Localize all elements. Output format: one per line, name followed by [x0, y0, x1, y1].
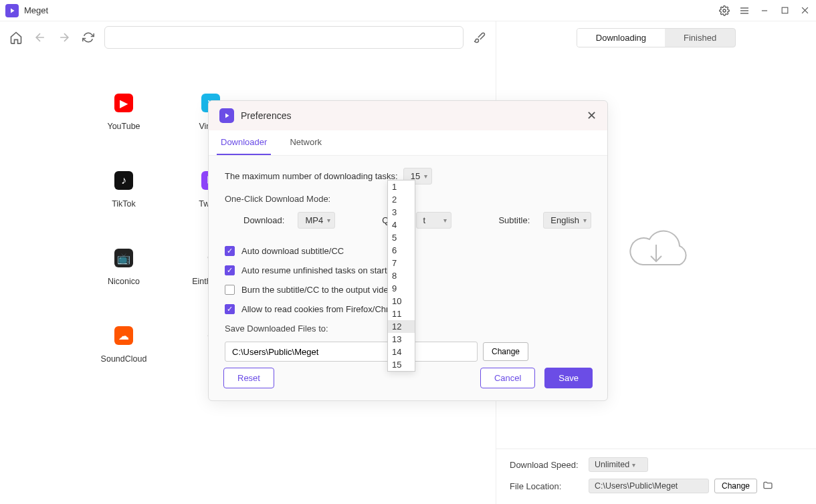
speed-select[interactable]: Unlimited ▾ — [589, 457, 648, 472]
site-tiktok[interactable]: ♪TikTok — [80, 171, 167, 209]
change-location-button[interactable]: Change — [714, 479, 757, 493]
dl-tabs: Downloading Finished — [577, 28, 736, 47]
dropdown-item-8[interactable]: 8 — [388, 269, 415, 282]
dropdown-item-3[interactable]: 3 — [388, 206, 415, 219]
site-soundcloud[interactable]: ☁SoundCloud — [80, 326, 167, 364]
SoundCloud-icon: ☁ — [114, 326, 133, 345]
cb-read-cookies-label: Allow to read cookies from Firefox/Chrom… — [241, 304, 406, 314]
download-format-label: Download: — [243, 215, 284, 225]
svg-rect-5 — [782, 7, 788, 13]
menu-icon[interactable] — [738, 5, 750, 17]
save-button[interactable]: Save — [544, 368, 593, 388]
cb-auto-resume[interactable]: ✓ — [225, 265, 235, 275]
cb-auto-subtitle-label: Auto download subtitle/CC — [241, 246, 344, 256]
max-tasks-dropdown: 123456789101112131415 — [387, 180, 415, 372]
dropdown-item-14[interactable]: 14 — [388, 346, 415, 358]
dropdown-item-9[interactable]: 9 — [388, 282, 415, 295]
home-icon[interactable] — [8, 29, 24, 45]
modal-close-icon[interactable]: ✕ — [587, 108, 597, 123]
site-niconico[interactable]: 📺Niconico — [80, 249, 167, 286]
tab-finished[interactable]: Finished — [665, 29, 735, 47]
max-tasks-label: The maximum number of downloading tasks: — [225, 171, 398, 181]
dropdown-item-11[interactable]: 11 — [388, 307, 415, 320]
quality-select[interactable]: t▾ — [416, 212, 452, 229]
dropdown-item-12[interactable]: 12 — [388, 320, 415, 333]
site-youtube[interactable]: ▶YouTube — [80, 94, 167, 131]
dropdown-item-13[interactable]: 13 — [388, 333, 415, 346]
modal-logo-icon — [219, 108, 234, 123]
folder-icon[interactable] — [762, 480, 773, 493]
site-label: Niconico — [108, 277, 140, 286]
maximize-icon[interactable] — [779, 5, 791, 17]
dropdown-item-5[interactable]: 5 — [388, 231, 415, 244]
cb-read-cookies[interactable]: ✓ — [225, 304, 235, 314]
change-path-button[interactable]: Change — [483, 342, 528, 361]
cloud-download-icon — [623, 225, 690, 278]
cancel-button[interactable]: Cancel — [480, 368, 535, 388]
save-path-input[interactable] — [225, 342, 478, 362]
dropdown-item-15[interactable]: 15 — [388, 358, 415, 371]
modal-tab-downloader[interactable]: Downloader — [217, 130, 271, 155]
close-icon[interactable] — [799, 5, 811, 17]
app-logo-icon — [5, 4, 19, 17]
brush-icon[interactable] — [472, 29, 488, 45]
dropdown-item-1[interactable]: 1 — [388, 180, 415, 193]
titlebar: Meget — [0, 0, 816, 21]
svg-point-0 — [723, 9, 726, 12]
speed-label: Download Speed: — [510, 460, 583, 470]
YouTube-icon: ▶ — [114, 94, 133, 112]
cb-burn-subtitle-label: Burn the subtitle/CC to the output video — [241, 285, 393, 295]
site-label: YouTube — [107, 122, 140, 131]
reset-button[interactable]: Reset — [223, 368, 274, 388]
site-label: TikTok — [112, 199, 136, 209]
subtitle-select[interactable]: English▾ — [543, 212, 591, 229]
location-label: File Location: — [510, 481, 583, 491]
dropdown-item-2[interactable]: 2 — [388, 193, 415, 206]
app-title: Meget — [24, 5, 718, 15]
cb-auto-subtitle[interactable]: ✓ — [225, 246, 235, 256]
url-input[interactable] — [104, 26, 464, 49]
reload-icon[interactable] — [80, 29, 96, 45]
modal-tab-network[interactable]: Network — [286, 130, 326, 155]
site-label: SoundCloud — [101, 354, 147, 364]
modal-title: Preferences — [241, 110, 587, 121]
Niconico-icon: 📺 — [114, 249, 133, 267]
download-format-select[interactable]: MP4▾ — [298, 212, 335, 229]
subtitle-label: Subtitle: — [498, 215, 530, 225]
dropdown-item-6[interactable]: 6 — [388, 244, 415, 257]
gear-icon[interactable] — [718, 5, 730, 17]
TikTok-icon: ♪ — [114, 171, 133, 190]
back-icon[interactable] — [32, 29, 48, 45]
location-path: C:\Users\Public\Meget — [589, 479, 709, 493]
cb-auto-resume-label: Auto resume unfinished tasks on startup — [241, 265, 397, 275]
dropdown-item-10[interactable]: 10 — [388, 295, 415, 307]
dropdown-item-4[interactable]: 4 — [388, 219, 415, 231]
minimize-icon[interactable] — [758, 5, 771, 17]
cb-burn-subtitle[interactable] — [225, 285, 235, 295]
tab-downloading[interactable]: Downloading — [577, 29, 665, 47]
forward-icon[interactable] — [56, 29, 72, 45]
dropdown-item-7[interactable]: 7 — [388, 257, 415, 269]
